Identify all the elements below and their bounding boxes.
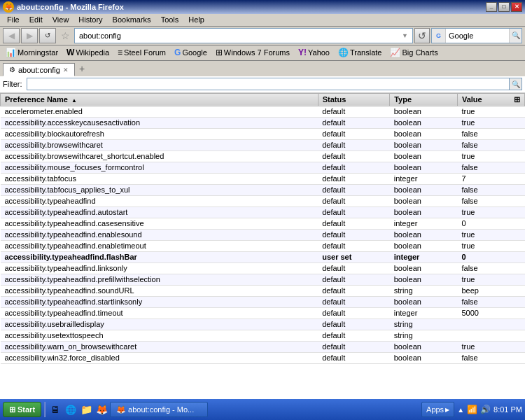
pref-value-cell: false	[457, 139, 524, 150]
menu-edit[interactable]: Edit	[25, 14, 47, 25]
pref-type-cell: boolean	[390, 139, 458, 150]
reload-button[interactable]: ↺	[39, 28, 56, 43]
col-header-value[interactable]: Value ⊞	[457, 93, 524, 106]
table-row[interactable]: accessibility.typeaheadfind.casesensitiv…	[1, 218, 525, 229]
taskbar-network-icon[interactable]: 📶	[467, 405, 477, 414]
new-tab-button[interactable]: +	[75, 61, 89, 76]
table-row[interactable]: accessibility.accesskeycausesactivationd…	[1, 117, 525, 128]
bookmark-steel-forum[interactable]: ≡ Steel Forum	[115, 46, 169, 59]
pref-value-cell: false	[457, 128, 524, 139]
menu-history[interactable]: History	[74, 14, 106, 25]
table-row[interactable]: accessibility.typeaheadfind.autostartdef…	[1, 206, 525, 218]
table-row[interactable]: accessibility.typeaheadfind.enablesoundd…	[1, 229, 525, 240]
menu-help[interactable]: Help	[184, 14, 209, 25]
taskbar-show-desktop[interactable]: 🖥	[48, 402, 62, 416]
close-button[interactable]: ✕	[511, 2, 522, 12]
address-dropdown-icon[interactable]: ▼	[402, 32, 408, 39]
taskbar-active-window[interactable]: 🦊 about:config - Mo...	[110, 402, 208, 417]
nav-bar: ◀ ▶ ↺ ☆ about:config ▼ ↺ G Google 🔍	[0, 27, 525, 46]
bookmark-windows-forums[interactable]: ⊞ Windows 7 Forums	[213, 46, 293, 59]
pref-value-cell	[457, 318, 524, 330]
tab-bar: ⚙ about:config ✕ +	[0, 61, 525, 76]
steel-forum-icon: ≡	[118, 48, 122, 57]
pref-type-cell: boolean	[390, 229, 458, 240]
taskbar-window-icon: 🦊	[116, 405, 126, 414]
table-row[interactable]: accessibility.warn_on_browsewithcaretdef…	[1, 341, 525, 352]
taskbar-firefox-icon[interactable]: 🦊	[94, 402, 108, 416]
pref-value-cell: beep	[457, 285, 524, 296]
taskbar-folder-icon[interactable]: 📁	[79, 402, 93, 416]
table-row[interactable]: accessibility.typeaheadfind.soundURLdefa…	[1, 285, 525, 296]
pref-value-cell: true	[457, 150, 524, 162]
go-button[interactable]: ↺	[414, 28, 430, 43]
pref-status-cell: default	[318, 341, 390, 352]
taskbar-right: Apps ▶ ▲ 📶 🔊 8:01 PM	[421, 402, 522, 417]
address-bar[interactable]: about:config ▼	[74, 28, 413, 43]
table-row[interactable]: accessibility.browsewithcaret_shortcut.e…	[1, 150, 525, 162]
tab-about-config[interactable]: ⚙ about:config ✕	[3, 63, 75, 76]
taskbar-arrow-up-icon[interactable]: ▲	[457, 406, 464, 414]
table-row[interactable]: accessibility.usetexttospeechdefaultstri…	[1, 330, 525, 341]
bookmark-wikipedia[interactable]: W Wikipedia	[64, 46, 112, 59]
minimize-button[interactable]: _	[486, 2, 497, 12]
pref-type-cell: integer	[390, 251, 458, 262]
table-row[interactable]: accessibility.mouse_focuses_formcontrold…	[1, 162, 525, 173]
pref-name-cell: accessibility.tabfocus	[1, 173, 318, 184]
filter-label: Filter:	[3, 80, 22, 88]
pref-type-cell: boolean	[390, 296, 458, 307]
table-row[interactable]: accessibility.tabfocus_applies_to_xuldef…	[1, 184, 525, 195]
pref-value-cell: false	[457, 352, 524, 363]
tab-close-button[interactable]: ✕	[63, 66, 69, 74]
table-row[interactable]: accessibility.typeaheadfind.flashBaruser…	[1, 251, 525, 262]
table-row[interactable]: accessibility.usebrailledisplaydefaultst…	[1, 318, 525, 330]
table-row[interactable]: accessibility.typeaheadfind.enabletimeou…	[1, 240, 525, 251]
menu-tools[interactable]: Tools	[157, 14, 183, 25]
taskbar-ie-icon[interactable]: 🌐	[64, 402, 78, 416]
taskbar-volume-icon[interactable]: 🔊	[480, 405, 491, 414]
table-row[interactable]: accelerometer.enableddefaultbooleantrue	[1, 106, 525, 117]
table-row[interactable]: accessibility.typeaheadfind.prefillwiths…	[1, 274, 525, 285]
menu-view[interactable]: View	[48, 14, 74, 25]
bookmark-google[interactable]: G Google	[172, 46, 210, 59]
table-row[interactable]: accessibility.typeaheadfind.timeoutdefau…	[1, 307, 525, 318]
pref-name-cell: accessibility.browsewithcaret_shortcut.e…	[1, 150, 318, 162]
maximize-button[interactable]: □	[498, 2, 510, 12]
table-row[interactable]: accessibility.typeaheadfind.startlinkson…	[1, 296, 525, 307]
filter-input[interactable]	[27, 78, 510, 90]
bookmark-big-charts[interactable]: 📈 Big Charts	[387, 46, 440, 59]
column-picker-icon[interactable]: ⊞	[514, 95, 520, 104]
search-input[interactable]: Google	[446, 30, 509, 41]
table-row[interactable]: accessibility.browsewithcaretdefaultbool…	[1, 139, 525, 150]
title-bar-buttons: _ □ ✕	[486, 2, 522, 12]
table-row[interactable]: accessibility.typeaheadfinddefaultboolea…	[1, 195, 525, 206]
apps-button[interactable]: Apps ▶	[421, 402, 454, 417]
menu-bar: File Edit View History Bookmarks Tools H…	[0, 14, 525, 27]
menu-bookmarks[interactable]: Bookmarks	[108, 14, 155, 25]
table-row[interactable]: accessibility.tabfocusdefaultinteger7	[1, 173, 525, 184]
bookmark-star[interactable]: ☆	[57, 28, 73, 43]
pref-type-cell: boolean	[390, 184, 458, 195]
pref-name-cell: accessibility.usetexttospeech	[1, 330, 318, 341]
pref-name-cell: accessibility.usebrailledisplay	[1, 318, 318, 330]
back-button[interactable]: ◀	[3, 28, 20, 43]
start-button[interactable]: ⊞ Start	[3, 402, 41, 417]
col-header-name[interactable]: Preference Name ▲	[1, 93, 318, 106]
table-row[interactable]: accessibility.typeaheadfind.linksonlydef…	[1, 262, 525, 274]
col-header-type[interactable]: Type	[390, 93, 458, 106]
bookmark-yahoo[interactable]: Y! Yahoo	[295, 46, 332, 59]
pref-value-cell: 0	[457, 251, 524, 262]
pref-type-cell: string	[390, 318, 458, 330]
search-engine-icon[interactable]: G	[432, 29, 446, 43]
table-row[interactable]: accessibility.blockautorefreshdefaultboo…	[1, 128, 525, 139]
table-row[interactable]: accessibility.win32.force_disableddefaul…	[1, 352, 525, 363]
bookmark-morningstar[interactable]: 📊 Morningstar	[3, 46, 61, 59]
pref-status-cell: default	[318, 139, 390, 150]
pref-name-cell: accessibility.typeaheadfind.enabletimeou…	[1, 240, 318, 251]
pref-name-cell: accelerometer.enabled	[1, 106, 318, 117]
forward-button[interactable]: ▶	[21, 28, 38, 43]
pref-name-cell: accessibility.browsewithcaret	[1, 139, 318, 150]
menu-file[interactable]: File	[3, 14, 24, 25]
bookmark-translate[interactable]: 🌐 Translate	[335, 46, 384, 59]
search-go-button[interactable]: 🔍	[509, 29, 522, 43]
col-header-status[interactable]: Status	[318, 93, 390, 106]
